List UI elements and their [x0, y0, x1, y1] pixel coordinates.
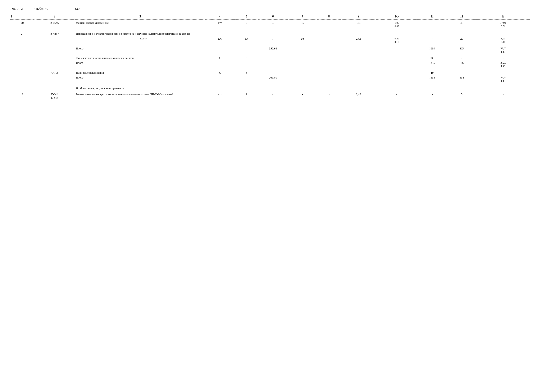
row-col11: I9	[417, 70, 447, 75]
col-header-11: II	[417, 14, 447, 20]
row-label: Итого:	[75, 46, 205, 54]
row-col12: 3I5	[447, 46, 476, 54]
row-col3: Монтаж шкафов управле-ния	[75, 20, 205, 29]
row-col11: -	[417, 36, 447, 44]
row-col11: I835	[417, 75, 447, 83]
row-col12: -	[447, 70, 476, 75]
row-col11: -	[417, 20, 447, 29]
table-row	[10, 54, 530, 56]
row-col5: IO	[235, 36, 258, 44]
row-col13: -	[476, 56, 530, 60]
col-header-2: 2	[34, 14, 75, 20]
row-col3: Присоединение к электри-ческой сети и по…	[75, 31, 205, 36]
table-row-total: Итого: I835 3I5 I37,63I,36	[10, 60, 530, 69]
row-col2	[34, 36, 75, 44]
row-col5: 2	[235, 92, 258, 100]
divider-top-thick	[10, 13, 530, 13]
col-header-13: I3	[476, 14, 530, 20]
col-header-1: I	[10, 14, 34, 20]
row-col6: 4	[258, 20, 288, 29]
table-row-total: Итого: 265,60 I835 334 I37,63I,36	[10, 75, 530, 83]
row-col5: 8	[235, 56, 258, 60]
row-col13: -	[476, 92, 530, 100]
row-col12: 5	[447, 92, 476, 100]
row-col11: I699	[417, 46, 447, 54]
table-row: ОЧ-3 Плановые накопления % 6 I9 -	[10, 70, 530, 75]
row-col2: I5-04-II7-054	[34, 92, 75, 100]
row-col11: -	[417, 92, 447, 100]
row-col13: I37,63I,36	[476, 46, 530, 54]
table-row	[10, 44, 530, 46]
table-row	[10, 69, 530, 70]
row-col12: 49	[447, 20, 476, 29]
table-row-total: Итого: 355,60 I699 3I5 I37,63I,36	[10, 46, 530, 54]
row-col9: 2,OI	[341, 36, 376, 44]
row-col12: -	[447, 56, 476, 60]
row-col6: I	[258, 36, 288, 44]
col-header-4: 4	[205, 14, 235, 20]
row-col13: I37,63I,36	[476, 60, 530, 69]
page-number: - 147 -	[73, 7, 82, 11]
row-col13: 8,900,10	[476, 36, 530, 44]
row-col1	[10, 36, 34, 44]
row-col3: Транспортные и загото-вительно-складские…	[75, 56, 205, 60]
row-col9: 2,43	[341, 92, 376, 100]
row-label: Итого:	[75, 60, 205, 69]
table-row: 0,25 т шт IO I 10 - 2,OI 0,890,OI - 20 8…	[10, 36, 530, 44]
row-col8: -	[317, 20, 341, 29]
row-col3: Плановые накопления	[75, 70, 205, 75]
row-col6: 355,60	[258, 46, 288, 54]
row-col4: %	[205, 56, 235, 60]
section-header-row: II. Материалы, не учтенные ценником	[10, 86, 530, 91]
row-col10: 0,890,OI	[376, 36, 418, 44]
row-col6: -	[258, 92, 288, 100]
row-col7: 36	[288, 20, 317, 29]
table-row	[10, 91, 530, 92]
row-col1: 2I	[10, 31, 34, 36]
column-headers: I 2 3 4 5 6 7 8 9 IO II I2 I3	[10, 14, 530, 20]
row-col12: 334	[447, 75, 476, 83]
row-col4: %	[205, 70, 235, 75]
doc-number: 294-2-58	[10, 7, 23, 11]
row-col10: -	[376, 92, 418, 100]
row-col5: 6	[235, 70, 258, 75]
col-header-8: 8	[317, 14, 341, 20]
col-header-9: 9	[341, 14, 376, 20]
row-col4: шт	[205, 92, 235, 100]
row-label: Итого:	[75, 75, 205, 83]
row-col13: 17,910,81	[476, 20, 530, 29]
row-col12: 3I5	[447, 60, 476, 69]
row-col3: Розетка штепсельная трехполюсная с зазем…	[75, 92, 205, 100]
row-col3: 0,25 т	[75, 36, 205, 44]
row-col4: шт	[205, 20, 235, 29]
col-header-10: IO	[376, 14, 418, 20]
table-row: Транспортные и загото-вительно-складские…	[10, 56, 530, 60]
col-header-7: 7	[288, 14, 317, 20]
row-col2: 8-6646	[34, 20, 75, 29]
col-header-6: 6	[258, 14, 288, 20]
row-col11: I36	[417, 56, 447, 60]
row-col6: 265,60	[258, 75, 288, 83]
row-col10: 1,990,09	[376, 20, 418, 29]
header: 294-2-58 Альбом VI - 147 -	[10, 7, 530, 11]
table-row	[10, 83, 530, 86]
row-col2: 8-4817	[34, 31, 75, 36]
section-header: II. Материалы, не учтенные ценником	[75, 86, 530, 91]
row-col8: -	[317, 92, 341, 100]
row-col7: 10	[288, 36, 317, 44]
col-header-12: I2	[447, 14, 476, 20]
row-col8: -	[317, 36, 341, 44]
table-row	[10, 29, 530, 31]
table-row: 20 8-6646 Монтаж шкафов управле-ния шт 9…	[10, 20, 530, 29]
row-col11: I835	[417, 60, 447, 69]
table-row: I I5-04-II7-054 Розетка штепсельная трех…	[10, 92, 530, 100]
table-row: 2I 8-4817 Присоединение к электри-ческой…	[10, 31, 530, 36]
album-label: Альбом VI	[33, 7, 48, 11]
row-col5: 9	[235, 20, 258, 29]
row-col13: I37,63I,36	[476, 75, 530, 83]
row-col12: 20	[447, 36, 476, 44]
row-col1: I	[10, 92, 34, 100]
row-col9: 5,46	[341, 20, 376, 29]
row-col2: ОЧ-3	[34, 70, 75, 75]
row-col7: -	[288, 92, 317, 100]
